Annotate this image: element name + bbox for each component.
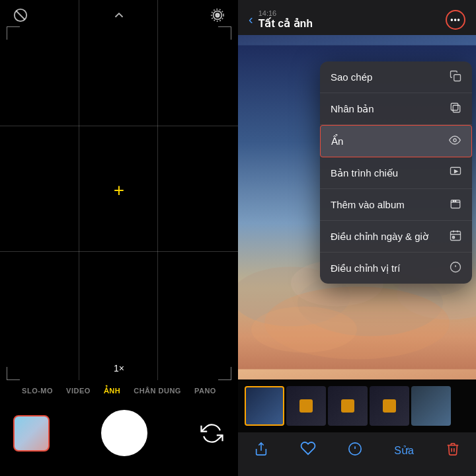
copy-icon [450, 70, 461, 84]
menu-adjust-location-label: Điều chỉnh vị trí [331, 262, 400, 274]
photos-header: ‹ 14:16 Tất cả ảnh ••• [238, 0, 476, 35]
share-button[interactable] [249, 439, 274, 462]
album-icon [450, 198, 461, 212]
more-dots: ••• [450, 15, 461, 24]
zoom-indicator: 1× [114, 363, 124, 374]
photos-header-info: 14:16 Tất cả ảnh [258, 9, 313, 30]
photos-main: Sao chép Nhân bản [238, 35, 476, 379]
photos-date: 14:16 [258, 9, 313, 17]
svg-point-2 [216, 13, 219, 17]
menu-hide-label: Ẩn [331, 136, 343, 147]
mode-photo[interactable]: ẢNH [97, 384, 127, 398]
menu-item-duplicate[interactable]: Nhân bản [320, 93, 472, 125]
menu-item-copy[interactable]: Sao chép [320, 61, 472, 93]
photos-panel: ‹ 14:16 Tất cả ảnh ••• [238, 0, 476, 476]
photos-filmstrip [238, 379, 476, 432]
menu-adjust-date-label: Điều chỉnh ngày & giờ [331, 231, 428, 243]
grid-v2 [157, 0, 158, 380]
menu-item-add-album[interactable]: Thêm vào album [320, 189, 472, 221]
last-photo-thumbnail[interactable] [13, 415, 50, 452]
info-button[interactable] [342, 439, 368, 462]
grid-v1 [79, 0, 79, 380]
menu-copy-label: Sao chép [331, 71, 372, 83]
menu-slideshow-label: Bản trình chiếu [331, 167, 398, 179]
grid-h2 [0, 251, 238, 252]
like-button[interactable] [295, 438, 321, 463]
camera-viewfinder: + 1× [0, 0, 238, 380]
grid-h1 [0, 126, 238, 126]
camera-panel: + 1× SLO-MO VIDEO ẢNH CHÂN DUNG PANO [0, 0, 238, 476]
live-photo-icon[interactable] [210, 8, 225, 26]
eye-icon [449, 134, 461, 148]
calendar-icon [450, 229, 461, 243]
svg-marker-18 [455, 170, 458, 173]
svg-point-20 [453, 201, 454, 202]
menu-item-adjust-location[interactable]: Điều chỉnh vị trí [320, 253, 472, 284]
svg-point-12 [251, 307, 357, 353]
camera-mode-bar: SLO-MO VIDEO ẢNH CHÂN DUNG PANO [0, 380, 238, 402]
flip-camera-button[interactable] [198, 420, 225, 446]
shutter-button[interactable] [101, 410, 147, 456]
svg-point-21 [455, 201, 456, 202]
menu-add-album-label: Thêm vào album [331, 199, 405, 210]
svg-rect-15 [451, 103, 458, 110]
svg-rect-23 [453, 237, 455, 239]
menu-item-slideshow[interactable]: Bản trình chiếu [320, 157, 472, 189]
corner-br [218, 367, 231, 380]
back-button[interactable]: ‹ [249, 12, 253, 27]
photos-toolbar: Sửa [238, 432, 476, 476]
delete-button[interactable] [440, 439, 465, 462]
menu-item-adjust-date[interactable]: Điều chỉnh ngày & giờ [320, 221, 472, 253]
menu-item-hide[interactable]: Ẩn [320, 125, 472, 157]
play-icon [450, 166, 461, 180]
filmstrip-thumb-2[interactable] [286, 386, 326, 426]
svg-line-1 [17, 11, 25, 20]
focus-crosshair: + [114, 180, 124, 201]
filmstrip-thumb-3[interactable] [328, 386, 368, 426]
camera-flip-top-icon[interactable] [112, 8, 126, 26]
svg-rect-14 [453, 105, 460, 112]
corner-bl [7, 367, 20, 380]
svg-rect-22 [451, 231, 461, 241]
svg-rect-13 [454, 75, 461, 81]
camera-top-bar [0, 0, 238, 34]
mode-video[interactable]: VIDEO [60, 384, 97, 398]
mode-slomo[interactable]: SLO-MO [15, 384, 60, 398]
more-options-button[interactable]: ••• [446, 10, 465, 30]
mode-portrait[interactable]: CHÂN DUNG [127, 384, 188, 398]
svg-point-16 [454, 139, 457, 142]
filmstrip-thumb-1[interactable] [245, 386, 284, 426]
flash-icon[interactable] [13, 8, 28, 26]
context-menu: Sao chép Nhân bản [320, 61, 472, 284]
filmstrip-thumb-5[interactable] [411, 386, 451, 426]
photos-title: Tất cả ảnh [258, 17, 313, 30]
duplicate-icon [450, 102, 461, 116]
mode-pano[interactable]: PANO [188, 384, 223, 398]
menu-duplicate-label: Nhân bản [331, 103, 374, 115]
info-icon [450, 261, 461, 275]
edit-button[interactable]: Sửa [389, 442, 419, 459]
camera-controls [0, 402, 238, 476]
filmstrip-thumb-4[interactable] [370, 386, 409, 426]
